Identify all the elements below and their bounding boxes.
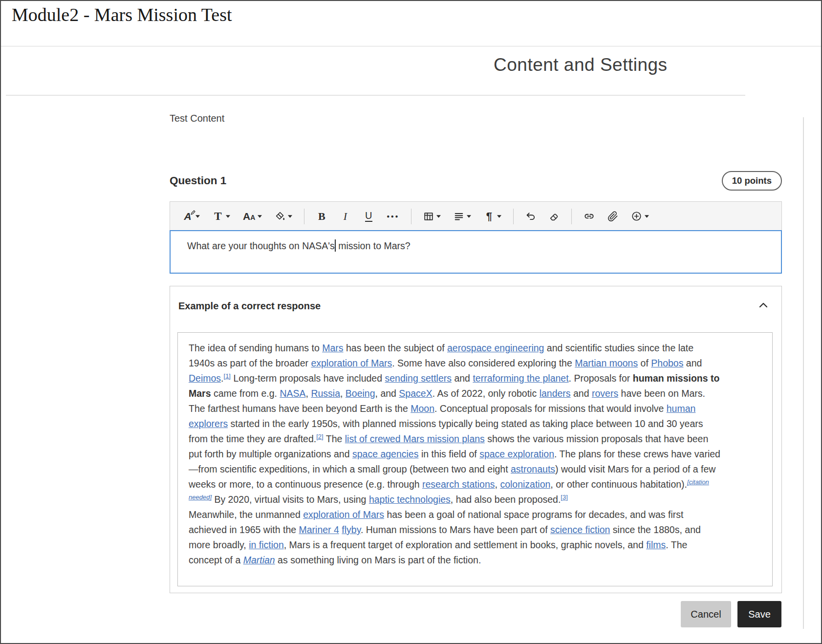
content-link[interactable]: [1] <box>224 372 231 380</box>
save-button[interactable]: Save <box>737 601 781 627</box>
content-link[interactable]: Boeing <box>346 388 375 399</box>
chevron-down-icon <box>288 215 292 218</box>
content-link[interactable]: Deimos <box>189 373 221 384</box>
content-link[interactable]: Russia <box>311 388 340 399</box>
rich-text-toolbar: ATAABIU●●●¶ <box>170 201 782 231</box>
cancel-button[interactable]: Cancel <box>681 601 731 627</box>
chevron-down-icon <box>645 215 649 218</box>
insert-table-button[interactable] <box>420 207 444 226</box>
chevron-down-icon <box>195 215 200 218</box>
content-link[interactable]: SpaceX <box>399 388 432 399</box>
clear-formatting-button[interactable] <box>545 207 563 226</box>
toolbar-separator <box>513 209 514 224</box>
paragraph: Meanwhile, the unmanned exploration of M… <box>189 507 721 568</box>
content-link[interactable]: space agencies <box>352 449 419 459</box>
text-color-button[interactable]: A <box>179 207 203 226</box>
content-link[interactable]: research stations <box>422 479 495 490</box>
superscript-reference: [3] <box>561 494 567 501</box>
font-size-button[interactable]: AA <box>239 207 265 226</box>
example-response-header[interactable]: Example of a correct response <box>178 298 771 314</box>
question-title: Question 1 <box>170 174 226 187</box>
content-link[interactable]: Martian moons <box>575 358 638 368</box>
content-link[interactable]: colonization <box>500 479 550 490</box>
content-link[interactable]: Moon <box>411 403 434 414</box>
content-link[interactable]: Mariner 4 <box>299 524 339 535</box>
text-color-icon: A <box>182 210 193 223</box>
example-response-text[interactable]: The idea of sending humans to Mars has b… <box>177 332 773 586</box>
content-link[interactable]: films <box>646 539 666 550</box>
italic-button[interactable]: I <box>336 207 354 226</box>
content-link[interactable]: astronauts <box>511 464 555 474</box>
paragraph-style-button[interactable]: ¶ <box>480 207 505 226</box>
content-link[interactable]: NASA <box>280 388 305 399</box>
chevron-down-icon <box>467 215 471 218</box>
attach-file-button[interactable] <box>604 207 622 226</box>
question-text: What are your thoughts on NASA's <box>187 240 335 251</box>
chevron-down-icon <box>226 215 230 218</box>
highlight-color-button[interactable] <box>271 207 296 226</box>
content-link[interactable]: exploration of Mars <box>303 509 384 520</box>
content-link[interactable]: Phobos <box>651 358 683 368</box>
content-link[interactable]: landers <box>540 388 571 399</box>
paperclip-icon <box>607 210 618 223</box>
italic-icon: I <box>340 210 350 223</box>
font-family-button[interactable]: T <box>209 207 234 226</box>
font-family-icon: T <box>213 210 223 223</box>
content-link[interactable]: space exploration <box>479 449 554 459</box>
chevron-down-icon <box>258 215 262 218</box>
undo-icon <box>525 210 536 223</box>
underline-icon: U <box>363 210 374 223</box>
paint-bucket-icon <box>275 210 285 223</box>
toolbar-separator <box>304 209 304 224</box>
bold-icon: B <box>316 210 327 223</box>
question-text: mission to Mars? <box>336 240 411 251</box>
scrollbar[interactable] <box>803 117 804 629</box>
content-link[interactable]: terraforming the planet <box>473 373 568 384</box>
insert-link-button[interactable] <box>580 207 598 226</box>
toolbar-separator <box>571 209 572 224</box>
link-icon <box>584 210 595 223</box>
collapse-section-button[interactable] <box>756 299 771 313</box>
paragraph-icon: ¶ <box>484 210 495 223</box>
section-heading: Content and Settings <box>494 55 668 75</box>
content-link[interactable]: in fiction <box>249 539 284 550</box>
page-title: Module2 - Mars Mission Test <box>12 4 232 25</box>
underline-button[interactable]: U <box>360 207 377 226</box>
table-icon <box>423 210 434 223</box>
undo-button[interactable] <box>522 207 540 226</box>
content-link[interactable]: exploration of Mars <box>311 358 392 368</box>
more-formatting-button[interactable]: ●●● <box>383 207 403 226</box>
content-link[interactable]: Mars <box>322 343 343 353</box>
content-link[interactable]: rovers <box>592 388 618 399</box>
question-header-row: Question 1 10 points <box>170 168 782 193</box>
content-link[interactable]: [2] <box>316 433 323 440</box>
example-response-panel: Example of a correct response The idea o… <box>170 286 782 593</box>
ellipsis-icon: ●●● <box>387 210 399 223</box>
alignment-button[interactable] <box>450 207 475 226</box>
chevron-down-icon <box>436 215 441 218</box>
content-link[interactable]: science fiction <box>550 524 610 535</box>
content-link[interactable]: [3] <box>561 494 567 501</box>
horizontal-divider <box>6 95 745 96</box>
chevron-up-icon <box>757 300 769 313</box>
content-link[interactable]: list of crewed Mars mission plans <box>345 433 485 444</box>
content-link[interactable]: Martian <box>243 555 275 565</box>
horizontal-divider <box>1 46 821 46</box>
paragraph: The idea of sending humans to Mars has b… <box>189 341 721 507</box>
example-response-title: Example of a correct response <box>178 301 321 312</box>
font-size-icon: AA <box>243 210 255 223</box>
points-badge[interactable]: 10 points <box>722 171 782 191</box>
plus-circle-icon <box>631 210 642 223</box>
chevron-down-icon <box>497 215 501 218</box>
superscript-reference: [1] <box>224 372 231 380</box>
content-link[interactable]: haptic technologies <box>369 494 451 505</box>
bold-button[interactable]: B <box>313 207 330 226</box>
content-link[interactable]: sending settlers <box>385 373 452 384</box>
test-content-label: Test Content <box>170 113 224 124</box>
superscript-reference: [2] <box>316 433 323 440</box>
question-text-input[interactable]: What are your thoughts on NASA's mission… <box>170 230 782 274</box>
toolbar-separator <box>411 209 411 224</box>
insert-content-button[interactable] <box>627 207 652 226</box>
content-link[interactable]: aerospace engineering <box>447 343 544 353</box>
content-link[interactable]: flyby <box>342 524 361 535</box>
